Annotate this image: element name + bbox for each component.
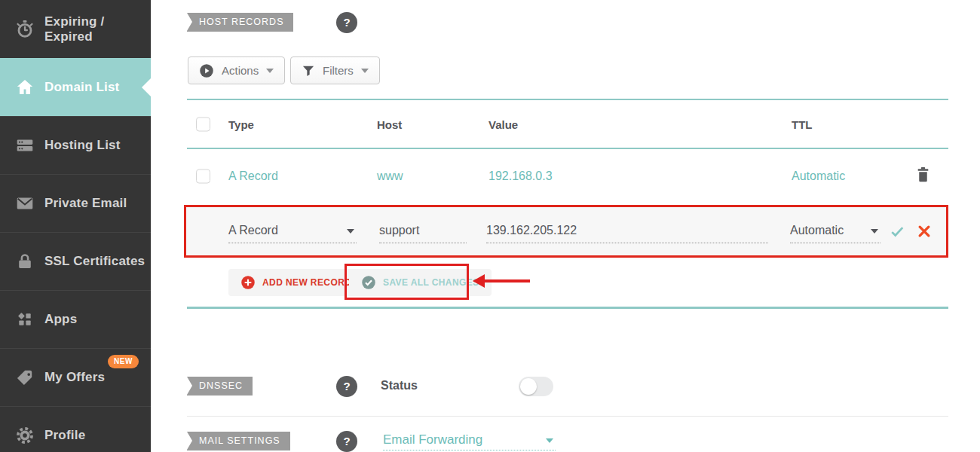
- confirm-record-button[interactable]: [889, 223, 906, 240]
- row-checkbox[interactable]: [196, 170, 210, 184]
- dnssec-ribbon: DNSSEC: [187, 377, 253, 396]
- cancel-record-button[interactable]: [917, 224, 932, 239]
- chevron-down-icon: [361, 69, 369, 73]
- lock-icon: [15, 252, 35, 271]
- record-value-cell[interactable]: 192.168.0.3: [488, 170, 553, 183]
- play-circle-icon: [199, 63, 214, 78]
- home-icon: [15, 78, 35, 97]
- funnel-icon: [302, 64, 315, 78]
- sidebar: Expiring / Expired Domain List Hosting L…: [0, 0, 151, 452]
- help-icon[interactable]: ?: [336, 376, 357, 397]
- envelope-icon: [15, 194, 35, 213]
- mail-settings-ribbon: MAIL SETTINGS: [187, 432, 290, 450]
- chevron-down-icon: [347, 229, 354, 234]
- chevron-down-icon: [546, 438, 553, 443]
- sidebar-item-label: Hosting List: [44, 138, 121, 153]
- record-type-value: A Record: [228, 224, 278, 237]
- sidebar-item-profile[interactable]: Profile: [0, 406, 151, 452]
- annotation-arrow-line: [483, 279, 530, 282]
- main-content: HOST RECORDS ? Actions Filters Type Host…: [151, 0, 980, 452]
- sidebar-item-hosting-list[interactable]: Hosting List: [0, 116, 151, 174]
- namecheap-domain-page: Expiring / Expired Domain List Hosting L…: [0, 0, 980, 452]
- row-divider: [187, 416, 948, 417]
- host-records-table: Type Host Value TTL A Record www 192.168…: [187, 99, 948, 203]
- add-new-record-label: ADD NEW RECORD: [262, 277, 351, 288]
- toggle-knob: [520, 378, 537, 395]
- section-divider: [187, 307, 948, 309]
- help-icon[interactable]: ?: [336, 12, 357, 33]
- record-type-select[interactable]: A Record: [228, 220, 357, 243]
- apps-icon: [15, 310, 35, 329]
- column-header-host: Host: [377, 118, 402, 130]
- new-badge: NEW: [108, 355, 139, 368]
- record-ttl-select[interactable]: Automatic: [790, 220, 880, 243]
- record-host-input[interactable]: support: [379, 220, 467, 243]
- table-header-row: Type Host Value TTL: [187, 99, 948, 149]
- filters-label: Filters: [323, 64, 354, 77]
- sidebar-item-ssl-certificates[interactable]: SSL Certificates: [0, 232, 151, 290]
- actions-label: Actions: [222, 64, 259, 77]
- sidebar-item-label: Profile: [44, 428, 85, 443]
- chevron-down-icon: [266, 69, 274, 73]
- record-ttl-value: Automatic: [790, 224, 844, 237]
- sidebar-item-label: Apps: [44, 312, 77, 327]
- help-icon[interactable]: ?: [336, 431, 357, 452]
- gear-icon: [15, 426, 35, 445]
- filters-button[interactable]: Filters: [290, 56, 380, 84]
- plus-circle-icon: [240, 275, 256, 290]
- dnssec-status-label: Status: [381, 379, 418, 392]
- mail-settings-selected-option: Email Forwarding: [383, 432, 482, 447]
- mail-settings-select[interactable]: Email Forwarding: [383, 432, 556, 450]
- record-type-cell[interactable]: A Record: [228, 170, 278, 183]
- record-value-input[interactable]: 139.162.205.122: [486, 220, 768, 243]
- sidebar-item-label: My Offers: [44, 370, 105, 385]
- actions-button[interactable]: Actions: [188, 56, 285, 84]
- column-header-ttl: TTL: [792, 118, 813, 130]
- column-header-type: Type: [228, 118, 254, 130]
- sidebar-item-domain-list[interactable]: Domain List: [0, 58, 151, 116]
- sidebar-item-label: Expiring / Expired: [44, 14, 151, 44]
- host-records-ribbon: HOST RECORDS: [187, 13, 293, 32]
- sidebar-item-label: Domain List: [44, 80, 120, 95]
- delete-record-button[interactable]: [915, 166, 931, 187]
- record-host-cell[interactable]: www: [377, 170, 403, 183]
- sidebar-item-expiring-expired[interactable]: Expiring / Expired: [0, 0, 151, 58]
- sidebar-item-private-email[interactable]: Private Email: [0, 174, 151, 232]
- column-header-value: Value: [488, 118, 518, 130]
- server-icon: [15, 136, 35, 155]
- timer-icon: [15, 20, 35, 39]
- record-ttl-cell[interactable]: Automatic: [792, 170, 845, 183]
- add-new-record-button[interactable]: ADD NEW RECORD: [228, 269, 363, 296]
- chevron-down-icon: [871, 229, 878, 234]
- sidebar-item-label: SSL Certificates: [44, 254, 145, 269]
- tag-icon: [15, 368, 35, 387]
- annotation-highlight-box: [345, 264, 469, 300]
- editing-record-row: A Record support 139.162.205.122 Automat…: [184, 205, 948, 258]
- sidebar-item-label: Private Email: [44, 196, 127, 211]
- sidebar-item-apps[interactable]: Apps: [0, 290, 151, 348]
- dnssec-status-toggle[interactable]: [519, 377, 553, 396]
- table-row: A Record www 192.168.0.3 Automatic: [187, 149, 948, 203]
- select-all-checkbox[interactable]: [196, 117, 210, 131]
